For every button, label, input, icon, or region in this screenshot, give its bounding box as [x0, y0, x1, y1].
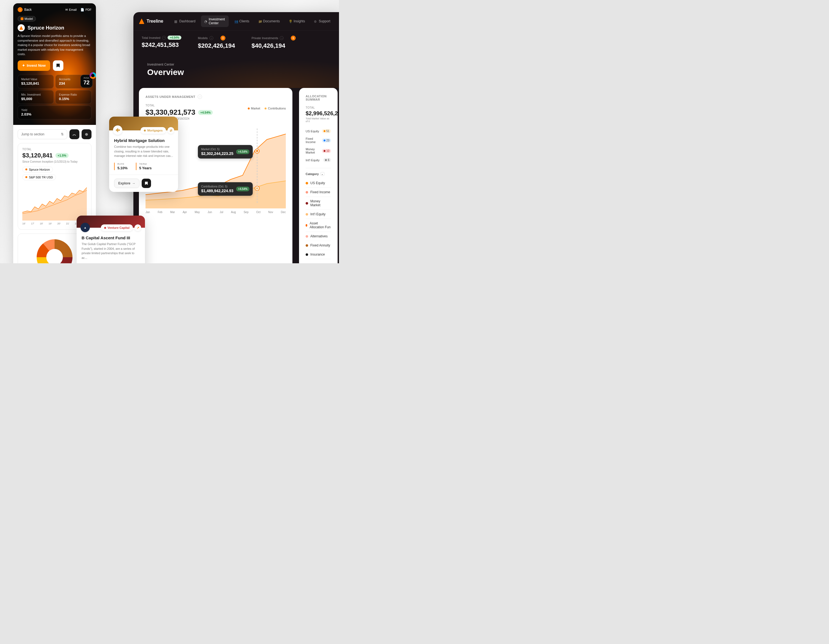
alloc-sub: Total Market Value as of 0: [306, 117, 331, 123]
hero-section: Investment Center Overview: [133, 54, 339, 88]
risk-label: RISK: [84, 77, 90, 79]
vc-logo: ▲: [80, 223, 90, 232]
arrow-icon[interactable]: →: [198, 95, 202, 99]
aum-legend: Market Contributions: [248, 107, 286, 110]
brand-icon: [139, 19, 144, 24]
trending-button[interactable]: ↗: [134, 224, 141, 231]
alloc-row: Money Market10: [306, 145, 331, 156]
cat-item[interactable]: US Equity: [306, 178, 331, 188]
mortgage-card-header: Mortgages ⇄: [109, 117, 178, 130]
cat-item[interactable]: Fixed Annuity: [306, 241, 331, 250]
jump-to-section-select[interactable]: Jump to section ⇅: [17, 129, 67, 139]
cat-item[interactable]: Alternatives: [306, 232, 331, 241]
arrow-send-icon: [115, 128, 120, 132]
cat-item[interactable]: Insurance: [306, 250, 331, 259]
invest-button[interactable]: ✦ Invest Now: [17, 60, 50, 71]
mortgage-card: Mortgages ⇄ Hybrid Mortgage Solution Com…: [109, 117, 178, 192]
nav-insights[interactable]: 💡Insights: [285, 17, 308, 25]
jump-label: Jump to section: [21, 132, 44, 136]
mortgage-rate: RATE 5.10%: [114, 163, 128, 170]
alloc-row: Fixed Income23: [306, 135, 331, 145]
legend-spruce: Spruce Horizon: [22, 167, 53, 172]
cat-item[interactable]: Int'l Equity: [306, 210, 331, 219]
kpi-bar: Total Invested→+4.54% $242,451,583 Model…: [133, 31, 339, 54]
kpi-badge: 3: [221, 36, 225, 41]
vc-desc: The Golub Capital Partner Funds ("GCP Fu…: [82, 242, 140, 260]
nav-documents[interactable]: 📁Documents: [255, 17, 283, 25]
alloc-row: Int'l Equity6: [306, 156, 331, 164]
allocation-panel: ALLOCATION SUMMAR TOTAL $2,996,526,24 To…: [299, 88, 337, 263]
share-button[interactable]: ⇄: [167, 127, 174, 134]
cat-item[interactable]: Money Market: [306, 197, 331, 210]
stat-market-value: Market Value $3,120,841: [17, 75, 54, 88]
explore-button[interactable]: Explore→: [114, 178, 139, 188]
alloc-label: TOTAL: [306, 106, 331, 109]
mortgage-desc: Combine two mortgage products into one c…: [114, 144, 173, 158]
arrow-icon: →: [210, 36, 213, 40]
bulb-icon: 💡: [288, 20, 292, 23]
nav-clients[interactable]: 👥Clients: [231, 17, 253, 25]
stat-min-investment: Min. Investment $5,000: [17, 90, 54, 104]
pdf-icon: 📄: [80, 8, 84, 11]
life-ring-icon: ⊚: [314, 20, 317, 23]
plus-circle-icon: ⊕: [85, 132, 88, 136]
add-button[interactable]: ⊕: [82, 129, 91, 139]
chart-tooltip-contributions: Contributions (Oct. 5) $1,489,942,224.93…: [198, 182, 253, 196]
bookmark-button[interactable]: [53, 60, 63, 71]
total-value: $3,120,841: [22, 152, 53, 159]
invest-label: Invest Now: [27, 63, 46, 68]
model-chip-label: Model: [25, 17, 33, 21]
aum-x-axis: JanFebMarAprMayJunJulAugSepOctNovDec: [145, 211, 286, 214]
kpi-pct: +4.54%: [167, 36, 181, 40]
chevron-down-icon: ⌄: [320, 172, 325, 176]
pie-icon: ◔: [204, 20, 207, 23]
back-button[interactable]: ‹ Back: [17, 7, 32, 12]
total-pct: +1.5%: [55, 153, 69, 158]
category-header[interactable]: Category⌄: [306, 168, 331, 176]
breadcrumb: Investment Center: [147, 63, 325, 66]
kpi-total-invested: Total Invested→+4.54% $242,451,583: [142, 36, 181, 49]
mortgage-term: TERM 5 Years: [136, 163, 151, 170]
chevron-updown-icon: ⇅: [61, 132, 64, 136]
mortgage-logo: [113, 125, 122, 135]
aum-pct: +4.54%: [198, 110, 213, 115]
vc-title: B Capital Ascent Fund III: [82, 235, 140, 240]
scroll-top-button[interactable]: ︽: [69, 129, 79, 139]
aum-value: $3,330,921,573: [145, 108, 195, 117]
pdf-label: PDF: [85, 8, 91, 11]
nav-dashboard[interactable]: ▦Dashboard: [171, 17, 199, 25]
donut-chart: [37, 239, 72, 264]
trending-icon: ↗: [137, 226, 139, 230]
bookmark-icon: [145, 182, 148, 185]
arrow-icon: →: [280, 36, 284, 40]
stat-expense-ratio: Expense Ratio 0.15%: [55, 90, 91, 104]
vc-card-header: ▲ Venture Capital ↗: [77, 216, 145, 228]
bookmark-button[interactable]: [142, 178, 151, 188]
aum-header: ASSETS UNDER MANAGEMENT→: [145, 95, 286, 99]
cat-item[interactable]: Asset Allocation Fun: [306, 219, 331, 232]
brand[interactable]: Treeline: [139, 19, 163, 24]
arrow-icon: →: [132, 182, 135, 185]
chart-tooltip-market: Market (Oct. 5) $2,302,244,223.25 +4.54%: [198, 145, 253, 158]
sparkle-icon: ✦: [22, 63, 25, 68]
kpi-badge: 6: [291, 36, 296, 41]
model-chip-icon: [20, 17, 24, 20]
brand-text: Treeline: [147, 19, 163, 24]
email-button[interactable]: ✉ Email: [65, 8, 77, 11]
risk-value: 72: [84, 79, 90, 86]
nav-support[interactable]: ⊚Support: [310, 17, 334, 25]
mortgages-chip: Mortgages: [140, 127, 166, 134]
pdf-button[interactable]: 📄 PDF: [80, 8, 91, 11]
back-arrow-icon: ‹: [17, 7, 23, 12]
kpi-models: Models→3 $202,426,194: [198, 36, 235, 49]
nav-investment-center[interactable]: ◔Investment Center: [201, 16, 229, 27]
kpi-private-investments: Private Investments→6 $40,426,194: [252, 36, 296, 49]
legend-sp500: S&P 500 TR USD: [22, 174, 56, 180]
cat-item[interactable]: Fixed Income: [306, 188, 331, 197]
portfolio-title: Spruce Horizon: [28, 25, 64, 31]
risk-donut-icon: [90, 72, 96, 79]
arrow-icon: →: [162, 36, 166, 40]
users-icon: 👥: [234, 20, 238, 23]
page-title: Overview: [147, 68, 325, 77]
alloc-row: US Equity51: [306, 127, 331, 135]
